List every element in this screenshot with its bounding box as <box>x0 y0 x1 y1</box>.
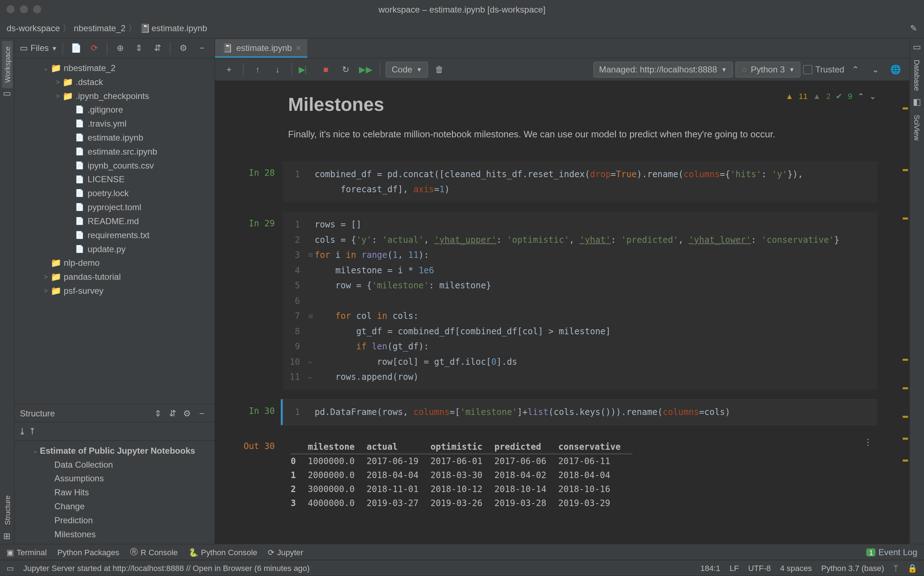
minimize-structure-icon[interactable]: − <box>194 406 209 421</box>
notebook-toolbar: + ↑ ↓ ▶⎸ ■ ↻ ▶▶ Code▼ 🗑 Managed: http://… <box>215 58 909 81</box>
tree-file--gitignore[interactable]: 📄.gitignore <box>15 103 215 117</box>
tree-folder--dstack[interactable]: >📁.dstack <box>15 75 215 89</box>
output-cell-30: Out 30 ⋮ milestoneactualoptimisticpredic… <box>215 434 883 515</box>
cursor-position[interactable]: 184:1 <box>700 563 720 573</box>
tree-file-estimate-src-ipynb[interactable]: 📄estimate.src.ipynb <box>15 144 215 158</box>
notebook-body[interactable]: ▲11 ▲2 ✔9 ⌃ ⌄ Milestones Finally, it's n… <box>215 81 909 544</box>
globe-icon[interactable]: 🌐 <box>887 61 904 78</box>
interpreter-status[interactable]: Python 3.7 (base) <box>821 563 884 573</box>
prev-issue-icon[interactable]: ⌃ <box>858 91 864 101</box>
structure-item-assumptions[interactable]: Assumptions <box>15 472 215 486</box>
move-up-icon[interactable]: ↑ <box>249 61 266 78</box>
cell-type-dropdown[interactable]: Code▼ <box>385 61 428 77</box>
tree-file-update-py[interactable]: 📄update.py <box>15 242 215 256</box>
sciview-icon[interactable]: ◧ <box>912 96 922 107</box>
breadcrumb-folder[interactable]: nbestimate_2 <box>74 23 126 34</box>
r-console-tab[interactable]: ⓇR Console <box>130 547 178 558</box>
tree-file-README-md[interactable]: 📄README.md <box>15 214 215 228</box>
maximize-window-icon[interactable] <box>33 5 41 13</box>
right-tool-gutter: ▭ Database ◧ SciView <box>909 38 924 544</box>
structure-icon[interactable]: ⊞ <box>2 530 13 541</box>
autoscroll-icon[interactable]: ⤓ <box>19 426 26 437</box>
close-window-icon[interactable] <box>6 5 14 13</box>
tree-folder-nlp-demo[interactable]: 📁nlp-demo <box>15 256 215 270</box>
code-cell-29[interactable]: In 29 1rows = [] 2cols = {'y': 'actual',… <box>215 211 883 390</box>
collapse-icon[interactable]: ⇵ <box>151 41 165 56</box>
python-console-tab[interactable]: 🐍Python Console <box>188 547 257 557</box>
expand-all-icon[interactable]: ⇕ <box>151 406 165 421</box>
chevron-up-icon[interactable]: ⌃ <box>847 61 864 78</box>
tree-folder-psf-survey[interactable]: >📁psf-survey <box>15 284 215 298</box>
tree-file-LICENSE[interactable]: 📄LICENSE <box>15 173 215 187</box>
markdown-cell[interactable]: Milestones Finally, it's nice to celebra… <box>215 94 883 141</box>
output-more-icon[interactable]: ⋮ <box>864 437 872 447</box>
database-icon[interactable]: ▭ <box>912 41 922 52</box>
expand-icon[interactable]: ⇕ <box>132 41 146 56</box>
jupyter-tab[interactable]: ⟳Jupyter <box>268 547 303 557</box>
tree-folder-pandas-tutorial[interactable]: >📁pandas-tutorial <box>15 270 215 284</box>
diagnostics-status[interactable]: ▲11 ▲2 ✔9 ⌃ ⌄ <box>785 91 876 101</box>
add-cell-icon[interactable]: + <box>220 61 237 78</box>
minimize-panel-icon[interactable]: − <box>194 41 209 56</box>
breadcrumb-file[interactable]: estimate.ipynb <box>151 23 207 34</box>
warning-icon: ▲ <box>785 91 793 101</box>
chevron-down-icon[interactable]: ⌄ <box>867 61 884 78</box>
sciview-tab[interactable]: SciView <box>912 109 922 146</box>
files-selector[interactable]: ▭Files▼ <box>20 43 57 53</box>
breadcrumb-project[interactable]: ds-workspace <box>6 23 59 34</box>
move-down-icon[interactable]: ↓ <box>269 61 286 78</box>
settings-icon[interactable]: ⚙ <box>176 41 191 56</box>
code-cell-28[interactable]: In 28 1combined_df = pd.concat([cleaned_… <box>215 161 883 202</box>
terminal-icon: ▣ <box>6 547 14 557</box>
structure-item-milestones[interactable]: Milestones <box>15 527 215 541</box>
workspace-tab[interactable]: Workspace <box>2 41 13 88</box>
tree-file-poetry-lock[interactable]: 📄poetry.lock <box>15 187 215 200</box>
structure-tab[interactable]: Structure <box>2 490 13 530</box>
managed-server-dropdown[interactable]: Managed: http://localhost:8888▼ <box>593 61 733 77</box>
folder-icon[interactable]: ▭ <box>2 88 13 99</box>
autoscroll-from-icon[interactable]: ⤒ <box>29 426 36 437</box>
indent[interactable]: 4 spaces <box>780 563 812 573</box>
tree-file--travis-yml[interactable]: 📄.travis.yml <box>15 117 215 131</box>
close-tab-icon[interactable]: × <box>296 43 301 53</box>
tree-folder--ipynb_checkpoints[interactable]: >📁.ipynb_checkpoints <box>15 89 215 103</box>
edit-icon[interactable]: ✎ <box>910 23 917 34</box>
line-ending[interactable]: LF <box>730 563 739 573</box>
interpreter-dropdown[interactable]: ○Python 3▼ <box>736 61 800 77</box>
code-cell-30[interactable]: In 30 1pd.DataFrame(rows, columns=['mile… <box>215 399 883 425</box>
tree-file-ipynb_counts-csv[interactable]: 📄ipynb_counts.csv <box>15 158 215 173</box>
structure-item-raw-hits[interactable]: Raw Hits <box>15 485 215 499</box>
branch-icon[interactable]: ᛘ <box>894 563 898 573</box>
status-icon: ▭ <box>6 563 14 573</box>
new-file-icon[interactable]: 📄 <box>69 41 83 56</box>
stop-icon[interactable]: ■ <box>317 61 335 78</box>
target-icon[interactable]: ⊕ <box>113 41 128 56</box>
run-all-icon[interactable]: ▶▶ <box>357 61 374 78</box>
structure-item-data-collection[interactable]: Data Collection <box>15 458 215 472</box>
trusted-checkbox[interactable] <box>804 64 813 74</box>
run-cell-icon[interactable]: ▶⎸ <box>297 61 314 78</box>
tree-folder-root[interactable]: ⌄📁nbestimate_2 <box>15 61 215 75</box>
event-log-tab[interactable]: 1Event Log <box>866 547 918 557</box>
python-packages-tab[interactable]: Python Packages <box>58 547 120 557</box>
tree-file-estimate-ipynb[interactable]: 📄estimate.ipynb <box>15 131 215 144</box>
next-issue-icon[interactable]: ⌄ <box>869 91 876 101</box>
structure-settings-icon[interactable]: ⚙ <box>180 406 194 421</box>
minimize-window-icon[interactable] <box>20 5 28 13</box>
notebook-icon: 📓 <box>222 43 233 53</box>
editor-tab-estimate[interactable]: 📓 estimate.ipynb × <box>215 39 308 58</box>
database-tab[interactable]: Database <box>912 54 922 96</box>
table-row: 34000000.02019-03-272019-03-262019-03-28… <box>291 496 632 510</box>
collapse-all-icon[interactable]: ⇵ <box>165 406 180 421</box>
structure-root[interactable]: ⌄Estimate of Public Jupyter Notebooks <box>15 444 215 458</box>
refresh-icon[interactable]: ⟳ <box>87 41 102 56</box>
encoding[interactable]: UTF-8 <box>748 563 771 573</box>
terminal-tab[interactable]: ▣Terminal <box>6 547 47 557</box>
structure-item-prediction[interactable]: Prediction <box>15 513 215 527</box>
tree-file-requirements-txt[interactable]: 📄requirements.txt <box>15 228 215 242</box>
restart-icon[interactable]: ↻ <box>337 61 354 78</box>
tree-file-pyproject-toml[interactable]: 📄pyproject.toml <box>15 200 215 214</box>
lock-icon[interactable]: 🔒 <box>908 563 918 573</box>
structure-item-change[interactable]: Change <box>15 499 215 513</box>
delete-cell-icon[interactable]: 🗑 <box>431 61 448 78</box>
